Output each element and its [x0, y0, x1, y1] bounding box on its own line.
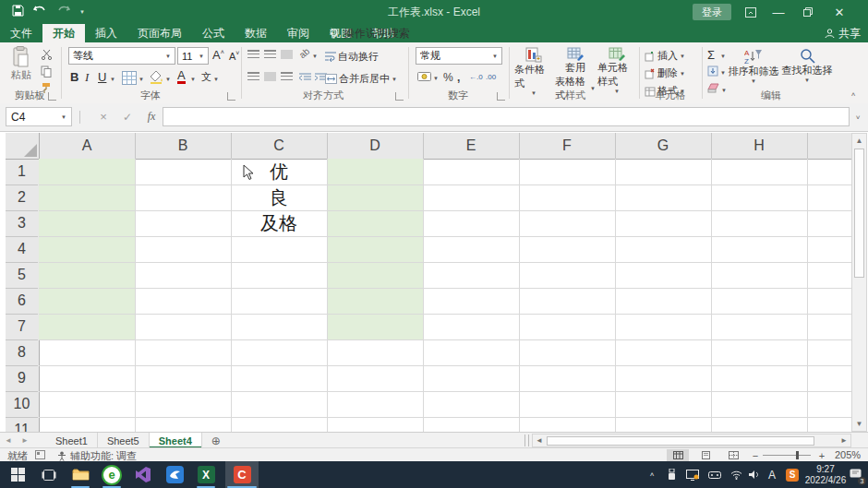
cell-C1[interactable]: 优 [231, 159, 327, 184]
column-header-C[interactable]: C [231, 133, 328, 159]
zoom-slider-track[interactable] [763, 455, 811, 456]
fill-icon[interactable] [707, 65, 718, 79]
zoom-out-icon[interactable]: − [750, 449, 761, 461]
fill-caret-icon[interactable]: ▼ [720, 70, 726, 76]
font-dialog-launcher-icon[interactable] [227, 92, 235, 101]
percent-style-icon[interactable]: % [443, 71, 453, 84]
formula-input[interactable] [163, 107, 850, 126]
restore-button[interactable] [794, 0, 822, 24]
align-right-icon[interactable] [281, 72, 293, 81]
notification-tray-icon[interactable]: 3 [846, 461, 866, 488]
sheet-tab-sheet4[interactable]: Sheet4 [150, 433, 202, 448]
autosum-caret-icon[interactable]: ▼ [720, 54, 726, 59]
alignment-dialog-launcher-icon[interactable] [395, 92, 404, 101]
underline-button[interactable]: U [98, 70, 106, 84]
tray-expand-icon[interactable]: ˄ [645, 461, 659, 488]
expand-formula-bar-icon[interactable]: ˅ [851, 111, 864, 124]
font-name-combo[interactable]: 等线▼ [68, 47, 175, 65]
sheet-tab-sheet1[interactable]: Sheet1 [46, 433, 98, 448]
enter-icon[interactable]: ✓ [118, 107, 137, 126]
row-header-3[interactable]: 3 [6, 210, 38, 237]
row-header-6[interactable]: 6 [6, 288, 38, 315]
column-header-A[interactable]: A [39, 133, 136, 159]
phonetic-caret-icon[interactable]: ▼ [213, 77, 219, 82]
row-header-11[interactable]: 11 [6, 417, 38, 432]
close-button[interactable]: ✕ [826, 0, 853, 24]
page-break-view-icon[interactable] [722, 449, 744, 461]
zoom-in-icon[interactable]: + [816, 449, 827, 461]
share-button[interactable]: 共享 [825, 24, 861, 42]
recorder-active-button[interactable]: C [225, 461, 259, 488]
sheet-prev-icon[interactable]: ◄ [0, 433, 17, 448]
row-header-8[interactable]: 8 [6, 339, 38, 366]
zoom-slider-thumb[interactable] [796, 451, 799, 459]
cancel-icon[interactable]: × [94, 107, 113, 126]
device-tray-icon[interactable] [705, 461, 724, 488]
divider[interactable] [79, 111, 80, 124]
column-header-H[interactable]: H [711, 133, 808, 159]
column-header-D[interactable]: D [327, 133, 424, 159]
align-bottom-icon[interactable] [281, 50, 293, 59]
vertical-scrollbar[interactable]: ▲ ▼ [851, 133, 867, 432]
currency-icon[interactable] [417, 71, 431, 85]
column-header-B[interactable]: B [135, 133, 232, 159]
fill-color-caret-icon[interactable]: ▼ [165, 77, 171, 82]
merge-center-button[interactable]: 合并后居中 ▼ [325, 72, 397, 86]
row-header-7[interactable]: 7 [6, 314, 38, 340]
login-button[interactable]: 登录 [693, 4, 731, 20]
wrap-text-button[interactable]: 自动换行 [325, 50, 379, 64]
browser-button[interactable]: e [98, 461, 126, 488]
filled-range-D[interactable] [327, 159, 423, 339]
ribbon-tab-6[interactable]: 审阅 [277, 24, 319, 42]
start-button[interactable] [4, 461, 31, 488]
autosum-icon[interactable]: Σ [707, 48, 715, 62]
align-center-icon[interactable] [264, 72, 276, 81]
file-explorer-button[interactable] [66, 461, 94, 488]
find-select-button[interactable]: 查找和选择 ▼ [781, 48, 833, 83]
worksheet-grid[interactable]: ABCDEFGH1234567891011优良及格 [0, 133, 868, 432]
comma-style-icon[interactable]: , [457, 71, 460, 84]
tab-splitter[interactable] [524, 434, 529, 446]
number-format-combo[interactable]: 常规▼ [416, 47, 502, 65]
italic-button[interactable]: I [85, 70, 89, 85]
scroll-left-icon[interactable]: ◄ [534, 435, 545, 446]
normal-view-icon[interactable] [667, 449, 689, 461]
page-layout-view-icon[interactable] [694, 449, 717, 461]
row-header-4[interactable]: 4 [6, 236, 38, 263]
cut-icon[interactable] [39, 48, 54, 61]
task-view-button[interactable] [35, 461, 63, 488]
ribbon-tab-4[interactable]: 公式 [192, 24, 235, 42]
borders-icon[interactable] [122, 71, 137, 85]
font-color-caret-icon[interactable]: ▼ [190, 77, 196, 82]
orientation-icon[interactable]: ab [297, 46, 312, 61]
minimize-button[interactable]: — [765, 0, 792, 24]
align-left-icon[interactable] [247, 72, 259, 81]
cell-styles-button[interactable]: 单元格样式 ▼ [597, 47, 636, 94]
visual-studio-button[interactable] [129, 461, 157, 488]
paste-button[interactable]: 粘贴 [6, 46, 37, 82]
underline-caret-icon[interactable]: ▼ [110, 77, 115, 82]
scroll-right-icon[interactable]: ► [838, 435, 850, 446]
display-tray-icon[interactable] [683, 461, 702, 488]
macro-record-icon[interactable] [35, 450, 45, 461]
usb-tray-icon[interactable] [663, 461, 680, 488]
align-top-icon[interactable] [247, 50, 259, 59]
copy-icon[interactable] [39, 65, 54, 77]
number-dialog-launcher-icon[interactable] [497, 92, 505, 101]
volume-tray-icon[interactable] [746, 461, 763, 488]
ribbon-tab-2[interactable]: 插入 [85, 24, 127, 42]
currency-caret-icon[interactable]: ▼ [433, 76, 439, 81]
horizontal-scroll-thumb[interactable] [547, 436, 814, 446]
decrease-indent-icon[interactable] [299, 72, 311, 85]
align-middle-icon[interactable] [264, 50, 276, 59]
increase-decimal-icon[interactable]: ←.0 [469, 73, 483, 81]
cell-C3[interactable]: 及格 [231, 210, 327, 236]
row-header-5[interactable]: 5 [6, 262, 38, 289]
scroll-up-icon[interactable]: ▲ [852, 134, 866, 148]
horizontal-scrollbar[interactable]: ◄ ► [532, 434, 851, 447]
filled-range-A[interactable] [39, 159, 135, 339]
row-header-2[interactable]: 2 [6, 184, 38, 211]
column-header-E[interactable]: E [423, 133, 520, 159]
font-color-icon[interactable]: A [177, 69, 186, 84]
decrease-decimal-icon[interactable]: .00 [486, 73, 496, 81]
